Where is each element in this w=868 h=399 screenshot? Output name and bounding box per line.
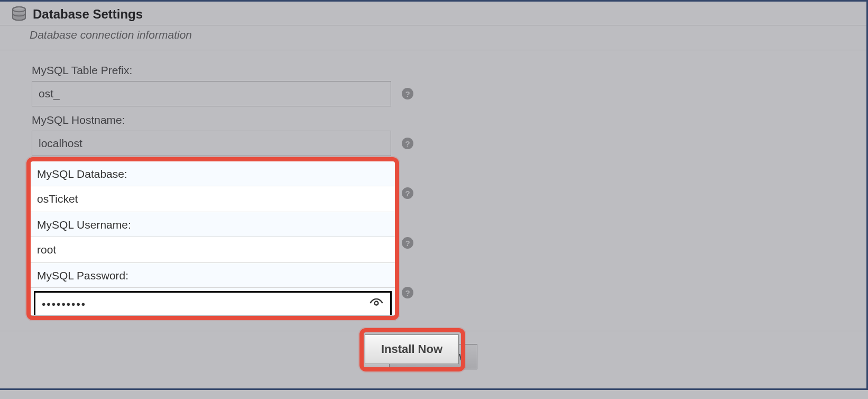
database-icon (11, 6, 27, 23)
field-row-hostname: MySQL Hostname: ? (32, 111, 856, 156)
svg-point-3 (375, 301, 378, 305)
install-now-button[interactable]: Install Now (365, 334, 459, 364)
eye-icon[interactable] (369, 296, 384, 313)
prefix-input[interactable] (32, 81, 391, 106)
help-icon[interactable]: ? (402, 138, 413, 149)
help-icon[interactable]: ? (402, 287, 413, 298)
password-input-focused[interactable]: ••••••••• (34, 291, 392, 315)
username-value[interactable]: root (31, 237, 395, 263)
highlighted-fields-region: MySQL Database: osTicket MySQL Username:… (31, 161, 395, 315)
section-title: Database Settings (33, 7, 143, 22)
password-label: MySQL Password: (31, 263, 395, 288)
username-label: MySQL Username: (31, 212, 395, 237)
hostname-input[interactable] (32, 131, 391, 156)
field-row-prefix: MySQL Table Prefix: ? (32, 61, 856, 106)
help-icon[interactable]: ? (402, 88, 413, 99)
highlighted-button-region: Install Now (365, 334, 459, 364)
help-icon[interactable]: ? (402, 187, 413, 199)
section-subtitle: Database connection information (0, 25, 866, 50)
database-value[interactable]: osTicket (31, 186, 395, 212)
section-header: Database Settings (0, 2, 866, 25)
prefix-label: MySQL Table Prefix: (32, 61, 856, 77)
hostname-label: MySQL Hostname: (32, 111, 856, 126)
database-label: MySQL Database: (31, 161, 395, 186)
help-icon[interactable]: ? (402, 237, 413, 249)
password-dots: ••••••••• (42, 298, 86, 311)
